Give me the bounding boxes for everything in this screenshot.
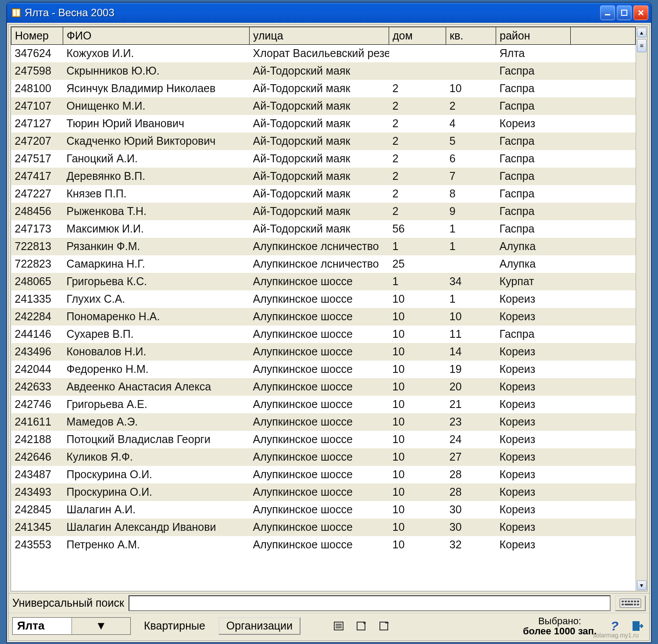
data-grid[interactable]: Номер ФИО улица дом кв. район 347624Кожу…: [11, 27, 636, 591]
cell-apt: 27: [446, 448, 496, 466]
region-combo[interactable]: Ялта ▼: [12, 617, 131, 635]
col-street[interactable]: улица: [250, 27, 389, 45]
col-number[interactable]: Номер: [11, 27, 63, 45]
cell-fio: Глухих С.А.: [63, 290, 250, 308]
svg-rect-5: [620, 599, 641, 608]
cell-street: Ай-Тодорский маяк: [250, 150, 389, 168]
table-row[interactable]: 247598Скрынников Ю.Ю.Ай-Тодорский маякГа…: [11, 62, 636, 80]
table-row[interactable]: 243553Петренко А.М.Алупкинское шоссе1032…: [11, 536, 636, 554]
table-row[interactable]: 241345Шалагин Александр ИвановиАлупкинск…: [11, 519, 636, 536]
table-row[interactable]: 242284Пономаренко Н.А.Алупкинское шоссе1…: [11, 308, 636, 326]
cell-fio: Рыженкова Т.Н.: [63, 203, 250, 220]
data-grid-container: Номер ФИО улица дом кв. район 347624Кожу…: [11, 26, 647, 591]
col-house[interactable]: дом: [389, 27, 446, 45]
cell-house: 10: [389, 483, 446, 501]
cell-apt: [446, 45, 496, 62]
table-row[interactable]: 248100Ясинчук Владимир НиколаевАй-Тодорс…: [11, 80, 636, 97]
cell-street: Алупкинское шоссе: [250, 413, 389, 431]
cell-apt: 24: [446, 431, 496, 448]
cell-street: Алупкинское шоссе: [250, 431, 389, 448]
cell-street: Алупкинское шоссе: [250, 378, 389, 396]
table-row[interactable]: 241611Мамедов А.Э.Алупкинское шоссе1023К…: [11, 413, 636, 431]
vertical-scrollbar[interactable]: ▴ ≡ ▾: [636, 27, 647, 591]
minimize-button[interactable]: [600, 5, 615, 20]
titlebar[interactable]: Ялта - Весна 2003: [7, 3, 651, 23]
table-row[interactable]: 722823Самаркина Н.Г.Алупкинское лсничест…: [11, 255, 636, 273]
chevron-down-icon[interactable]: ▼: [72, 618, 131, 634]
cell-street: Алупкинское шоссе: [250, 361, 389, 378]
onscreen-keyboard-button[interactable]: [615, 595, 646, 611]
cell-apt: 8: [446, 185, 496, 203]
cell-house: 10: [389, 501, 446, 519]
cell-n: 347624: [11, 45, 63, 62]
table-row[interactable]: 347624Кожухов И.И. Хлорат Васильевский р…: [11, 45, 636, 62]
table-row[interactable]: 247517Ганоцкий А.И.Ай-Тодорский маяк26Га…: [11, 150, 636, 168]
table-row[interactable]: 242746Григорьева А.Е.Алупкинское шоссе10…: [11, 396, 636, 413]
cell-street: Алупкинское шоссе: [250, 501, 389, 519]
table-row[interactable]: 242188Потоцкий Владислав ГеоргиАлупкинск…: [11, 431, 636, 448]
table-row[interactable]: 722813Рязанкин Ф.М.Алупкинское лсничеств…: [11, 238, 636, 255]
table-row[interactable]: 248456Рыженкова Т.Н.Ай-Тодорский маяк29Г…: [11, 203, 636, 220]
cell-house: 10: [389, 536, 446, 554]
close-button[interactable]: [633, 5, 648, 20]
table-row[interactable]: 247207Скадченко Юрий ВикторовичАй-Тодорс…: [11, 132, 636, 150]
cell-region: Курпат: [496, 273, 571, 290]
scroll-down-icon[interactable]: ▾: [637, 580, 647, 590]
table-row[interactable]: 243493Проскурина О.И.Алупкинское шоссе10…: [11, 483, 636, 501]
cell-region: Кореиз: [496, 519, 571, 536]
table-row[interactable]: 242633Авдеенко Анастасия АлексаАлупкинск…: [11, 378, 636, 396]
search-row: Универсальный поиск: [9, 593, 649, 613]
cell-n: 242284: [11, 308, 63, 326]
cell-house: 56: [389, 220, 446, 238]
list-icon[interactable]: [330, 618, 347, 634]
table-row[interactable]: 247227Князев П.П.Ай-Тодорский маяк28Гасп…: [11, 185, 636, 203]
table-row[interactable]: 241335Глухих С.А.Алупкинское шоссе101Кор…: [11, 290, 636, 308]
cell-region: Гаспра: [496, 132, 571, 150]
cell-fio: Максимюк И.И.: [63, 220, 250, 238]
table-row[interactable]: 247127Тюрин Юрий ИвановичАй-Тодорский ма…: [11, 115, 636, 132]
table-row[interactable]: 242845Шалагин А.И.Алупкинское шоссе1030К…: [11, 501, 636, 519]
table-row[interactable]: 243487Проскурина О.И.Алупкинское шоссе10…: [11, 466, 636, 483]
cell-street: Ай-Тодорский маяк: [250, 203, 389, 220]
table-row[interactable]: 244146Сухарев В.П.Алупкинское шоссе1011Г…: [11, 326, 636, 343]
col-apt[interactable]: кв.: [446, 27, 496, 45]
cell-street: Алупкинское шоссе: [250, 466, 389, 483]
cell-street: Алупкинское шоссе: [250, 343, 389, 361]
delete-record-icon[interactable]: [376, 618, 393, 634]
apartments-button[interactable]: Квартирные: [137, 617, 212, 635]
table-row[interactable]: 247107Онищенко М.И.Ай-Тодорский маяк22Га…: [11, 97, 636, 115]
svg-rect-15: [637, 604, 639, 605]
table-row[interactable]: 243496Коновалов Н.И.Алупкинское шоссе101…: [11, 343, 636, 361]
table-row[interactable]: 247417Деревянко В.П.Ай-Тодорский маяк27Г…: [11, 168, 636, 185]
table-row[interactable]: 242044Федоренко Н.М.Алупкинское шоссе101…: [11, 361, 636, 378]
add-record-icon[interactable]: [353, 618, 370, 634]
cell-house: 10: [389, 431, 446, 448]
table-row[interactable]: 247173Максимюк И.И.Ай-Тодорский маяк561Г…: [11, 220, 636, 238]
cell-house: 10: [389, 519, 446, 536]
table-row[interactable]: 248065Григорьева К.С.Алупкинское шоссе13…: [11, 273, 636, 290]
search-label: Универсальный поиск: [12, 597, 124, 609]
app-icon: [11, 8, 21, 18]
maximize-button[interactable]: [617, 5, 632, 20]
cell-region: Гаспра: [496, 168, 571, 185]
region-combo-value: Ялта: [13, 619, 72, 633]
scroll-up-icon[interactable]: ▴: [637, 28, 647, 37]
cell-fio: Григорьева К.С.: [63, 273, 250, 290]
cell-n: 243493: [11, 483, 63, 501]
cell-region: Кореиз: [496, 378, 571, 396]
table-row[interactable]: 242646Куликов Я.Ф.Алупкинское шоссе1027К…: [11, 448, 636, 466]
cell-region: Кореиз: [496, 448, 571, 466]
scroll-thumb[interactable]: ≡: [637, 39, 647, 52]
col-region[interactable]: район: [496, 27, 571, 45]
cell-n: 247127: [11, 115, 63, 132]
svg-rect-8: [628, 601, 630, 602]
header-row: Номер ФИО улица дом кв. район: [11, 27, 636, 45]
search-input[interactable]: [129, 595, 611, 611]
col-fio[interactable]: ФИО: [63, 27, 250, 45]
cell-n: 244146: [11, 326, 63, 343]
organizations-button[interactable]: Организации: [218, 617, 300, 635]
cell-fio: Самаркина Н.Г.: [63, 255, 250, 273]
cell-n: 247598: [11, 62, 63, 80]
cell-n: 247227: [11, 185, 63, 203]
cell-street: Ай-Тодорский маяк: [250, 97, 389, 115]
